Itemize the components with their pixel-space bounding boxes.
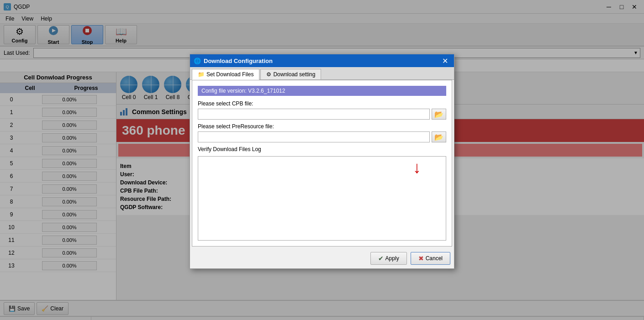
apply-button[interactable]: ✔ Apply xyxy=(370,252,407,265)
preresource-input-row: 📂 xyxy=(198,131,446,142)
tab-download-setting[interactable]: ⚙ Download setting xyxy=(260,69,321,79)
modal-body: Config file version: V3.2.6_171012 Pleas… xyxy=(192,80,452,247)
check-icon: ✔ xyxy=(378,255,384,262)
cpb-label: Please select CPB file: xyxy=(198,100,446,107)
modal-overlay: 🌐 Download Configuration ✕ 📁 Set Downloa… xyxy=(0,0,644,320)
cpb-browse-button[interactable]: 📂 xyxy=(432,109,446,120)
log-label: Verify Download Files Log xyxy=(198,146,446,152)
preresource-file-row: Please select PreResource file: 📂 xyxy=(198,123,446,142)
download-config-modal: 🌐 Download Configuration ✕ 📁 Set Downloa… xyxy=(190,54,454,269)
cpb-file-row: Please select CPB file: 📂 xyxy=(198,100,446,120)
cancel-label: Cancel xyxy=(426,255,443,262)
tab-set-download-files[interactable]: 📁 Set Download Files xyxy=(192,69,259,80)
config-version-text: Config file version: V3.2.6_171012 xyxy=(201,88,285,94)
log-area[interactable] xyxy=(198,156,446,241)
tab1-label: Set Download Files xyxy=(206,71,253,78)
modal-tabs: 📁 Set Download Files ⚙ Download setting xyxy=(190,67,454,80)
preresource-browse-button[interactable]: 📂 xyxy=(432,131,446,142)
cpb-file-input[interactable] xyxy=(198,109,430,120)
modal-footer: ✔ Apply ✖ Cancel xyxy=(190,248,454,268)
modal-titlebar: 🌐 Download Configuration ✕ xyxy=(190,54,454,67)
modal-close-button[interactable]: ✕ xyxy=(439,55,450,66)
modal-title: 🌐 Download Configuration xyxy=(194,58,273,64)
modal-globe-icon: 🌐 xyxy=(194,58,201,64)
x-cancel-icon: ✖ xyxy=(418,255,424,262)
modal-title-text: Download Configuration xyxy=(204,58,273,64)
folder-open-icon: 📂 xyxy=(434,110,443,119)
tab1-icon: 📁 xyxy=(198,71,205,78)
preresource-label: Please select PreResource file: xyxy=(198,123,446,130)
folder-open-icon2: 📂 xyxy=(434,133,443,142)
cpb-input-row: 📂 xyxy=(198,109,446,120)
cancel-button[interactable]: ✖ Cancel xyxy=(411,252,450,265)
config-version-bar: Config file version: V3.2.6_171012 xyxy=(198,86,446,96)
tab2-icon: ⚙ xyxy=(266,71,271,78)
preresource-file-input[interactable] xyxy=(198,131,430,142)
tab2-label: Download setting xyxy=(273,71,315,78)
apply-label: Apply xyxy=(385,255,399,262)
